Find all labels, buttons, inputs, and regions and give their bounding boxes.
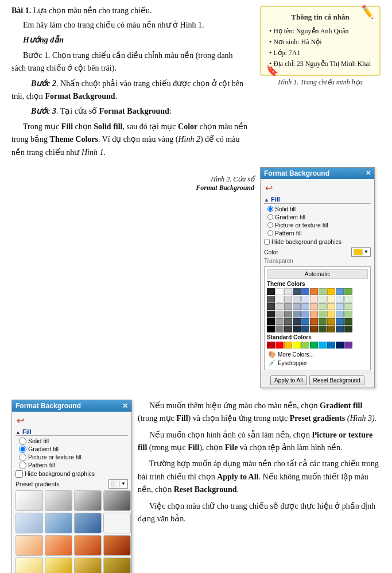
color-cell[interactable] [310, 318, 318, 325]
gradient-cell[interactable] [74, 557, 102, 573]
radio-picture-input[interactable] [267, 222, 273, 228]
pg-preset-button[interactable]: ▼ [108, 479, 128, 489]
pg-radio-pattern-input[interactable] [19, 462, 26, 469]
pg-radio-picture-input[interactable] [19, 454, 26, 461]
radio-solid-input[interactable] [267, 206, 273, 212]
color-cell[interactable] [301, 326, 309, 332]
reset-background-button[interactable]: Reset Background [309, 375, 364, 385]
gradient-cell[interactable] [15, 513, 43, 533]
color-cell[interactable] [310, 303, 318, 310]
gradient-cell[interactable] [15, 490, 43, 511]
eyedropper-item[interactable]: 💉 Eysdropper [267, 359, 368, 367]
color-cell[interactable] [267, 311, 275, 318]
radio-gradient-input[interactable] [267, 214, 273, 220]
color-cell[interactable] [275, 303, 284, 310]
color-cell[interactable] [301, 296, 309, 303]
pg-hide-bg-input[interactable] [15, 470, 23, 478]
pg-radio-solid-input[interactable] [19, 438, 26, 445]
std-color-cell[interactable] [319, 342, 327, 349]
pg-radio-gradient-input[interactable] [19, 446, 26, 453]
gradient-cell[interactable] [15, 557, 43, 573]
color-cell[interactable] [319, 326, 327, 332]
color-cell[interactable] [284, 318, 292, 325]
gradient-cell[interactable] [103, 535, 131, 556]
color-cell[interactable] [293, 326, 301, 332]
hide-bg-checkbox[interactable]: Hide background graphics [264, 238, 371, 245]
std-color-cell[interactable] [293, 342, 301, 349]
gradient-cell[interactable] [103, 513, 131, 533]
color-cell[interactable] [293, 311, 301, 318]
pg-radio-gradient[interactable]: Gradient fill [19, 446, 128, 453]
color-cell[interactable] [301, 311, 309, 318]
color-cell[interactable] [267, 318, 275, 325]
radio-gradient[interactable]: Gradient fill [267, 214, 371, 220]
color-cell[interactable] [284, 311, 292, 318]
gradient-cell[interactable] [45, 490, 72, 511]
pg-radio-solid[interactable]: Solid fill [19, 438, 128, 445]
color-cell[interactable] [319, 303, 327, 310]
std-color-cell[interactable] [344, 342, 352, 349]
color-cell[interactable] [327, 296, 335, 303]
pg-hide-bg-checkbox[interactable]: Hide background graphics [15, 470, 128, 478]
color-cell[interactable] [301, 288, 309, 295]
color-cell[interactable] [327, 303, 335, 310]
color-cell[interactable] [336, 318, 344, 325]
color-cell[interactable] [275, 311, 284, 318]
color-cell[interactable] [267, 326, 275, 332]
std-color-cell[interactable] [310, 342, 318, 349]
gradient-cell[interactable] [45, 535, 72, 556]
color-cell[interactable] [344, 326, 352, 332]
std-color-cell[interactable] [284, 342, 292, 349]
color-cell[interactable] [344, 311, 352, 318]
color-cell[interactable] [344, 288, 352, 295]
color-cell[interactable] [344, 296, 352, 303]
radio-solid[interactable]: Solid fill [267, 206, 371, 212]
radio-pattern[interactable]: Pattern fill [267, 230, 371, 237]
color-cell[interactable] [310, 288, 318, 295]
gradient-cell[interactable] [45, 513, 72, 533]
color-cell[interactable] [284, 303, 292, 310]
color-cell[interactable] [344, 303, 352, 310]
color-cell[interactable] [293, 288, 301, 295]
color-cell[interactable] [327, 326, 335, 332]
color-cell[interactable] [293, 296, 301, 303]
color-cell[interactable] [293, 303, 301, 310]
color-cell[interactable] [319, 288, 327, 295]
color-cell[interactable] [310, 326, 318, 332]
gradient-cell[interactable] [103, 557, 131, 573]
color-cell[interactable] [336, 296, 344, 303]
color-cell[interactable] [310, 296, 318, 303]
color-cell[interactable] [336, 311, 344, 318]
auto-color-btn[interactable]: Automatic [267, 269, 368, 279]
gradient-cell[interactable] [74, 513, 102, 533]
radio-pattern-input[interactable] [267, 230, 273, 236]
std-color-cell[interactable] [267, 342, 275, 349]
std-color-cell[interactable] [336, 342, 344, 349]
gradient-cell[interactable] [45, 557, 72, 573]
hide-bg-input[interactable] [264, 239, 270, 245]
color-cell[interactable] [284, 326, 292, 332]
pg-undo-icon[interactable]: ↩ [17, 415, 128, 426]
color-cell[interactable] [301, 303, 309, 310]
color-cell[interactable] [327, 318, 335, 325]
apply-to-all-button[interactable]: Apply to All [270, 375, 306, 385]
more-colors-item[interactable]: 🎨 More Colors... [267, 350, 368, 359]
pg-radio-pattern[interactable]: Pattern fill [19, 462, 128, 469]
std-color-cell[interactable] [275, 342, 284, 349]
color-cell[interactable] [319, 311, 327, 318]
color-cell[interactable] [336, 326, 344, 332]
color-cell[interactable] [293, 318, 301, 325]
std-color-cell[interactable] [327, 342, 335, 349]
color-cell[interactable] [319, 296, 327, 303]
gradient-cell[interactable] [15, 535, 43, 556]
undo-icon[interactable]: ↩ [265, 183, 371, 193]
gradient-cell[interactable] [74, 490, 102, 511]
color-cell[interactable] [327, 288, 335, 295]
gradient-cell[interactable] [74, 535, 102, 556]
color-cell[interactable] [319, 318, 327, 325]
color-cell[interactable] [310, 311, 318, 318]
color-cell[interactable] [284, 288, 292, 295]
color-cell[interactable] [336, 303, 344, 310]
color-cell[interactable] [336, 288, 344, 295]
pg-radio-picture[interactable]: Picture or texture fill [19, 454, 128, 461]
